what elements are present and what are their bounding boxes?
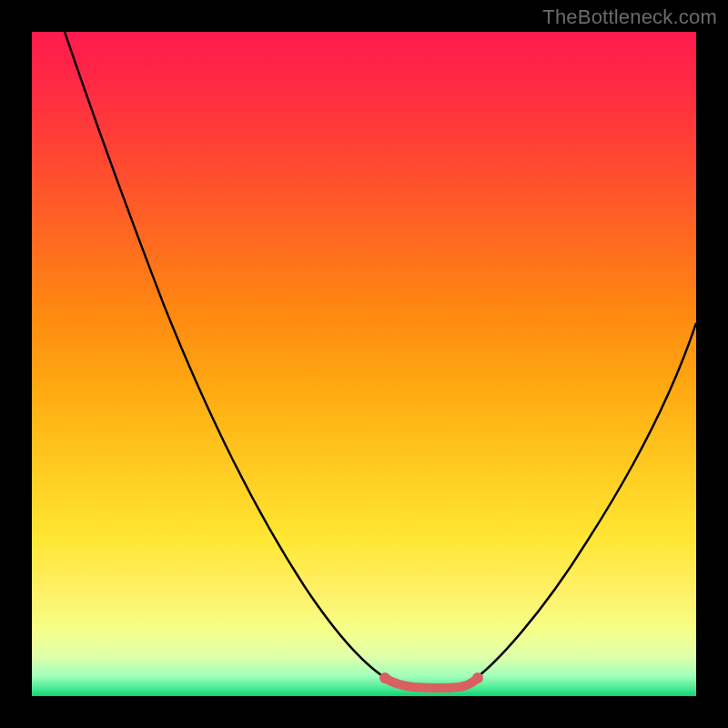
plot-area	[32, 32, 696, 696]
bottleneck-curve-right	[471, 323, 696, 682]
highlight-dot-left	[379, 672, 390, 683]
curve-layer	[32, 32, 696, 696]
highlight-dot-right	[472, 672, 483, 683]
chart-frame: TheBottleneck.com	[0, 0, 728, 728]
watermark-text: TheBottleneck.com	[542, 5, 717, 29]
bottleneck-curve-left	[65, 32, 391, 682]
highlight-segment	[385, 678, 478, 688]
